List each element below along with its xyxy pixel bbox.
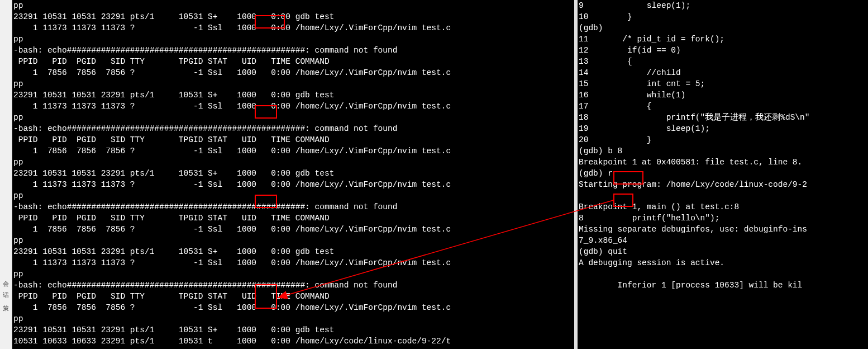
terminal-line: 11 /* pid_t id = fork();: [579, 34, 867, 45]
terminal-right-pane[interactable]: 9 sleep(1);10 }(gdb) 11 /* pid_t id = fo…: [578, 0, 868, 349]
terminal-line: pp: [13, 78, 573, 89]
terminal-line: 1 11373 11373 11373 ? -1 Ssl 1000 0:00 /…: [13, 22, 573, 34]
terminal-left-content: pp23291 10531 10531 23291 pts/1 10531 S+…: [12, 0, 574, 349]
terminal-line: pp: [13, 0, 573, 11]
terminal-line: pp: [13, 268, 573, 280]
terminal-line: Inferior 1 [process 10633] will be kil: [579, 280, 867, 291]
terminal-line: Breakpoint 1 at 0x400581: file test.c, l…: [579, 157, 867, 168]
terminal-line: 1 7856 7856 7856 ? -1 Ssl 1000 0:00 /hom…: [13, 145, 573, 157]
terminal-line: pp: [13, 313, 573, 324]
sidebar: 会话 策: [0, 0, 12, 349]
terminal-line: 19 sleep(1);: [579, 123, 867, 134]
terminal-line: pp: [13, 34, 573, 45]
terminal-line: -bash: echo#############################…: [13, 123, 573, 134]
sidebar-item-session[interactable]: 会话: [0, 277, 12, 302]
terminal-line: 1 11373 11373 11373 ? -1 Ssl 1000 0:00 /…: [13, 257, 573, 268]
terminal-line: est: [13, 347, 573, 349]
terminal-line: 8 printf("hello\n");: [579, 213, 867, 224]
terminal-line: (gdb) r: [579, 168, 867, 179]
terminal-line: 16 while(1): [579, 89, 867, 101]
terminal-line: 1 11373 11373 11373 ? -1 Ssl 1000 0:00 /…: [13, 179, 573, 190]
terminal-line: pp: [13, 157, 573, 168]
terminal-line: 17 {: [579, 101, 867, 112]
terminal-line: 13 {: [579, 56, 867, 67]
terminal-line: (gdb) quit: [579, 246, 867, 257]
terminal-right-content: 9 sleep(1);10 }(gdb) 11 /* pid_t id = fo…: [578, 0, 868, 291]
terminal-line: 20 }: [579, 134, 867, 145]
terminal-line: 23291 10531 10531 23291 pts/1 10531 S+ 1…: [13, 89, 573, 101]
terminal-line: pp: [13, 190, 573, 201]
terminal-line: 9 sleep(1);: [579, 0, 867, 11]
terminal-line: (gdb): [579, 22, 867, 34]
terminal-left-pane[interactable]: pp23291 10531 10531 23291 pts/1 10531 S+…: [12, 0, 574, 349]
terminal-line: Missing separate debuginfos, use: debugi…: [579, 224, 867, 235]
terminal-line: 23291 10531 10531 23291 pts/1 10531 S+ 1…: [13, 324, 573, 336]
terminal-line: 18 printf("我是子进程，我还剩%dS\n": [579, 112, 867, 123]
terminal-line: Breakpoint 1, main () at test.c:8: [579, 201, 867, 213]
terminal-line: PPID PID PGID SID TTY TPGID STAT UID TIM…: [13, 56, 573, 67]
terminal-line: 1 7856 7856 7856 ? -1 Ssl 1000 0:00 /hom…: [13, 302, 573, 313]
terminal-line: [579, 268, 867, 280]
terminal-line: 10 }: [579, 11, 867, 22]
terminal-line: 1 11373 11373 11373 ? -1 Ssl 1000 0:00 /…: [13, 101, 573, 112]
terminal-line: 23291 10531 10531 23291 pts/1 10531 S+ 1…: [13, 168, 573, 179]
terminal-line: PPID PID PGID SID TTY TPGID STAT UID TIM…: [13, 291, 573, 302]
terminal-line: A debugging session is active.: [579, 257, 867, 268]
terminal-line: 7_9.x86_64: [579, 235, 867, 246]
terminal-line: (gdb) b 8: [579, 145, 867, 157]
sidebar-item-policy[interactable]: 策: [0, 302, 12, 315]
terminal-line: PPID PID PGID SID TTY TPGID STAT UID TIM…: [13, 213, 573, 224]
terminal-line: pp: [13, 112, 573, 123]
terminal-line: 15 int cnt = 5;: [579, 78, 867, 89]
terminal-line: pp: [13, 235, 573, 246]
terminal-line: 23291 10531 10531 23291 pts/1 10531 S+ 1…: [13, 11, 573, 22]
terminal-line: -bash: echo#############################…: [13, 280, 573, 291]
terminal-line: 1 7856 7856 7856 ? -1 Ssl 1000 0:00 /hom…: [13, 67, 573, 78]
terminal-line: -bash: echo#############################…: [13, 201, 573, 213]
terminal-line: Starting program: /home/Lxy/code/linux-c…: [579, 179, 867, 190]
terminal-line: 14 //child: [579, 67, 867, 78]
terminal-line: 12 if(id == 0): [579, 45, 867, 56]
terminal-line: 23291 10531 10531 23291 pts/1 10531 S+ 1…: [13, 246, 573, 257]
terminal-line: -bash: echo#############################…: [13, 45, 573, 56]
terminal-line: 1 7856 7856 7856 ? -1 Ssl 1000 0:00 /hom…: [13, 224, 573, 235]
terminal-line: 10531 10633 10633 23291 pts/1 10531 t 10…: [13, 336, 573, 347]
app-layout: 会话 策 pp23291 10531 10531 23291 pts/1 105…: [0, 0, 868, 349]
terminal-line: PPID PID PGID SID TTY TPGID STAT UID TIM…: [13, 134, 573, 145]
terminal-line: [579, 190, 867, 201]
